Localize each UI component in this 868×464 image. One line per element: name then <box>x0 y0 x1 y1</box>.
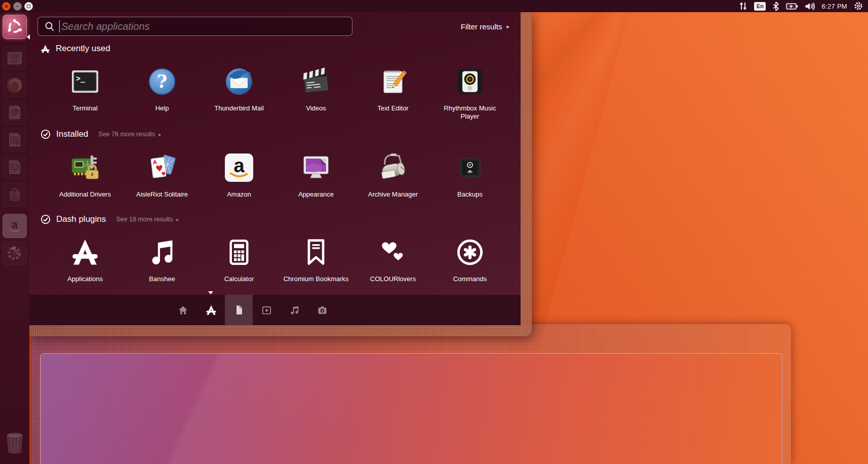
desktop-wallpaper: Search applications Filter results ▸ Rec… <box>0 0 868 464</box>
amazon-icon: a <box>222 151 256 184</box>
app-tile-terminal[interactable]: >_ Terminal <box>47 65 124 120</box>
launcher-item-system-settings[interactable] <box>3 241 27 265</box>
app-tile-label: Amazon <box>227 190 251 199</box>
help-icon: ? <box>145 65 179 98</box>
rhythmbox-icon <box>453 65 487 98</box>
maximize-button[interactable] <box>24 2 33 11</box>
trash-icon <box>5 432 25 454</box>
app-tile-label: Additional Drivers <box>59 190 111 199</box>
app-tile-additional-drivers[interactable]: Additional Drivers <box>47 151 124 199</box>
home-lens-button[interactable] <box>169 295 197 325</box>
app-tile-label: Videos <box>306 104 326 112</box>
launcher-item-firefox[interactable] <box>3 73 27 97</box>
see-more-label: See 18 more results <box>116 216 173 223</box>
section-title: Recently used <box>56 44 110 54</box>
amazon-launcher-icon: a <box>6 217 23 235</box>
app-tile-videos[interactable]: Videos <box>278 65 354 120</box>
launcher-item-libreoffice-impress[interactable] <box>3 155 27 179</box>
check-circle-icon <box>41 129 51 139</box>
background-window <box>40 353 782 464</box>
launcher-item-files[interactable] <box>3 46 27 70</box>
launcher-item-ubuntu-software-center[interactable] <box>3 182 27 207</box>
app-tile-archive-manager[interactable]: Archive Manager <box>354 151 431 199</box>
app-tile-help[interactable]: ? Help <box>124 65 201 120</box>
app-tile-appearance[interactable]: Appearance <box>278 151 354 199</box>
plugin-tile-calculator[interactable]: Calculator <box>201 236 278 283</box>
files-lens-icon <box>234 305 244 315</box>
dash-content: Search applications Filter results ▸ Rec… <box>29 12 521 325</box>
applications-lens-icon <box>68 236 102 269</box>
section-header-recently-used: Recently used <box>41 43 110 55</box>
session-gear-icon[interactable] <box>854 2 863 11</box>
minimize-button[interactable]: – <box>13 2 22 11</box>
bluetooth-icon[interactable] <box>772 2 779 11</box>
videos-icon <box>299 65 333 98</box>
filter-results-button[interactable]: Filter results ▸ <box>461 22 509 31</box>
close-button[interactable]: ✕ <box>2 2 11 11</box>
launcher-item-libreoffice-calc[interactable] <box>3 128 27 152</box>
system-tray: En 6:27 PM <box>739 2 868 11</box>
active-launcher-arrow-icon <box>27 34 30 40</box>
applications-lens-button[interactable] <box>197 295 225 325</box>
launcher-item-trash[interactable] <box>3 431 27 455</box>
libreoffice-calc-icon <box>6 131 23 148</box>
banshee-icon <box>145 236 179 269</box>
plugin-tile-label: Applications <box>67 275 103 283</box>
videos-lens-icon <box>261 305 272 316</box>
dash-plugins-row: Applications Banshee <box>47 236 508 283</box>
search-icon <box>45 21 55 31</box>
launcher-item-libreoffice-writer[interactable] <box>3 100 27 125</box>
recently-used-row: >_ Terminal ? Help <box>47 65 508 120</box>
launcher-item-amazon[interactable]: a <box>3 214 27 238</box>
app-tile-label: Terminal <box>72 104 97 112</box>
clock[interactable]: 6:27 PM <box>821 3 847 10</box>
battery-charging-icon[interactable] <box>786 3 798 10</box>
calculator-icon <box>222 236 256 269</box>
app-tile-text-editor[interactable]: Text Editor <box>354 65 431 120</box>
app-tile-label: AisleRiot Solitaire <box>136 190 188 199</box>
applications-lens-icon <box>206 304 217 316</box>
section-title: Installed <box>56 129 88 139</box>
ubuntu-logo-icon <box>6 18 23 35</box>
plugin-tile-commands[interactable]: Commands <box>431 236 508 283</box>
photos-lens-icon <box>317 305 328 316</box>
music-lens-button[interactable] <box>281 295 308 325</box>
keyboard-layout-indicator[interactable]: En <box>754 2 766 11</box>
videos-lens-button[interactable] <box>253 295 281 325</box>
network-updown-icon[interactable] <box>739 2 747 11</box>
dash-overlay: Search applications Filter results ▸ Rec… <box>29 12 532 336</box>
libreoffice-impress-icon <box>6 159 23 176</box>
check-circle-icon <box>41 214 51 224</box>
files-lens-button[interactable] <box>225 295 253 325</box>
see-more-results-link[interactable]: See 76 more results ▸ <box>98 131 161 138</box>
app-tile-label: Archive Manager <box>368 190 418 199</box>
app-tile-amazon[interactable]: a Amazon <box>201 151 278 199</box>
expand-arrow-icon: ▸ <box>159 132 161 137</box>
svg-text:a: a <box>12 218 18 231</box>
plugin-tile-colourlovers[interactable]: COLOURlovers <box>354 236 431 283</box>
lens-slots <box>169 295 336 325</box>
plugin-tile-label: Chromium Bookmarks <box>284 275 349 283</box>
expand-arrow-icon: ▸ <box>176 217 179 222</box>
text-cursor <box>59 20 60 32</box>
app-tile-aisleriot[interactable]: A ♥ ♥ AisleRiot Solitaire <box>124 151 201 199</box>
search-input[interactable]: Search applications <box>37 17 352 36</box>
applications-lens-icon <box>41 44 50 54</box>
see-more-label: See 76 more results <box>98 131 155 138</box>
top-panel: ✕ – En <box>0 0 868 12</box>
app-tile-thunderbird[interactable]: Thunderbird Mail <box>201 65 278 120</box>
plugin-tile-banshee[interactable]: Banshee <box>124 236 201 283</box>
launcher: a <box>0 12 29 464</box>
app-tile-rhythmbox[interactable]: Rhythmbox Music Player <box>431 65 508 120</box>
plugin-tile-label: Banshee <box>149 275 175 283</box>
window-controls: ✕ – <box>0 2 33 11</box>
plugin-tile-chromium-bookmarks[interactable]: Chromium Bookmarks <box>278 236 354 283</box>
plugin-tile-applications[interactable]: Applications <box>47 236 124 283</box>
section-header-installed: Installed See 76 more results ▸ <box>41 128 161 140</box>
ubuntu-dash-home-button[interactable] <box>3 15 27 39</box>
app-tile-backups[interactable]: Backups <box>431 151 508 199</box>
photos-lens-button[interactable] <box>308 295 336 325</box>
volume-icon[interactable] <box>805 2 815 11</box>
see-more-results-link[interactable]: See 18 more results ▸ <box>116 216 179 223</box>
additional-drivers-icon <box>68 151 102 184</box>
